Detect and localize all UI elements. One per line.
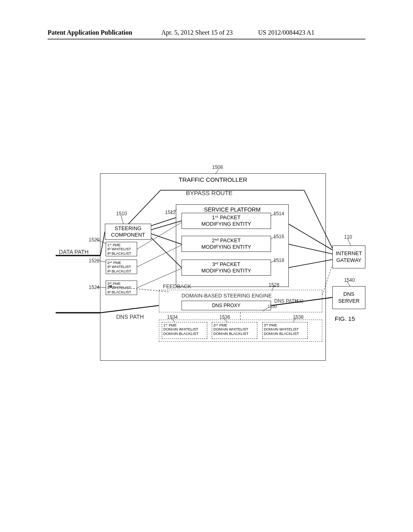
svg-line-33	[322, 265, 332, 295]
svg-line-25	[151, 238, 181, 268]
page: Patent Application Publication Apr. 5, 2…	[0, 0, 413, 532]
svg-line-22	[151, 218, 176, 226]
svg-line-21	[289, 260, 332, 268]
svg-line-26	[137, 222, 181, 249]
header-center: Apr. 5, 2012 Sheet 15 of 23	[161, 29, 233, 36]
svg-line-28	[137, 268, 181, 288]
figure-15: TRAFFIC CONTROLLER 1508 BYPASS ROUTE SER…	[48, 165, 365, 375]
svg-line-30	[100, 305, 159, 313]
header-rule	[48, 39, 365, 39]
header-left: Patent Application Publication	[48, 29, 132, 36]
svg-line-27	[137, 245, 181, 267]
svg-line-18	[100, 232, 105, 256]
svg-line-19	[289, 224, 332, 250]
header-right: US 2012/0084423 A1	[258, 29, 315, 36]
svg-line-31	[271, 297, 332, 305]
figure-caption: FIG. 15	[335, 315, 355, 322]
